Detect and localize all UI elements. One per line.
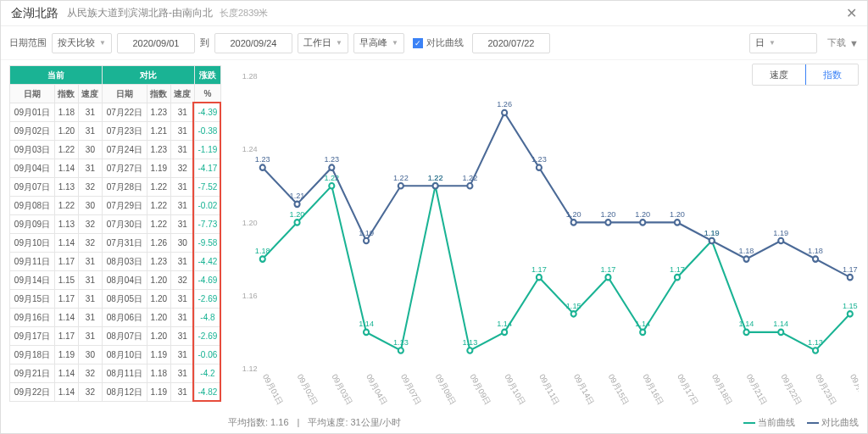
data-table-wrap: 当前对比涨跌日期指数速度日期指数速度%09月01日1.183107月22日1.2… bbox=[1, 60, 221, 433]
svg-text:1.17: 1.17 bbox=[531, 264, 547, 273]
table-row: 09月15日1.173108月05日1.2031-2.69 bbox=[10, 290, 221, 309]
svg-text:09月15日: 09月15日 bbox=[607, 372, 631, 406]
svg-point-47 bbox=[675, 275, 680, 280]
svg-text:1.18: 1.18 bbox=[255, 246, 270, 255]
svg-point-83 bbox=[675, 220, 680, 225]
download-button[interactable]: 下载▼ bbox=[827, 36, 859, 49]
svg-text:09月21日: 09月21日 bbox=[745, 372, 769, 406]
svg-text:1.20: 1.20 bbox=[566, 209, 581, 219]
svg-point-91 bbox=[813, 256, 818, 261]
svg-text:09月01日: 09月01日 bbox=[261, 372, 285, 406]
chevron-down-icon: ▼ bbox=[336, 39, 342, 47]
svg-point-57 bbox=[848, 311, 853, 316]
svg-point-51 bbox=[743, 330, 748, 335]
svg-text:1.19: 1.19 bbox=[359, 227, 374, 236]
svg-text:1.20: 1.20 bbox=[635, 209, 650, 219]
svg-text:1.21: 1.21 bbox=[290, 191, 305, 200]
svg-text:1.14: 1.14 bbox=[497, 319, 512, 328]
unit-select[interactable]: 日▼ bbox=[749, 33, 817, 53]
svg-text:1.18: 1.18 bbox=[808, 246, 823, 255]
svg-text:1.20: 1.20 bbox=[242, 217, 258, 226]
svg-text:1.16: 1.16 bbox=[242, 291, 258, 300]
table-row: 09月02日1.203107月23日1.2131-0.38 bbox=[10, 122, 221, 141]
svg-point-61 bbox=[294, 202, 299, 207]
avg-index: 平均指数: 1.16 bbox=[228, 416, 289, 429]
svg-text:1.20: 1.20 bbox=[670, 209, 685, 219]
close-icon[interactable]: ✕ bbox=[846, 5, 857, 21]
svg-point-73 bbox=[502, 110, 507, 115]
svg-text:1.22: 1.22 bbox=[462, 173, 477, 182]
svg-point-71 bbox=[467, 183, 472, 188]
svg-point-93 bbox=[848, 275, 853, 280]
svg-text:1.26: 1.26 bbox=[497, 99, 512, 108]
svg-text:1.17: 1.17 bbox=[670, 264, 685, 273]
svg-point-31 bbox=[398, 348, 403, 353]
svg-text:1.15: 1.15 bbox=[843, 301, 858, 310]
svg-point-25 bbox=[294, 220, 299, 225]
table-row: 09月07日1.133207月28日1.2231-7.52 bbox=[10, 178, 221, 197]
svg-text:09月11日: 09月11日 bbox=[537, 372, 561, 406]
route-desc: 从民族大道到滨湖北路-由南向北 bbox=[67, 6, 213, 20]
svg-text:09月16日: 09月16日 bbox=[642, 372, 665, 406]
svg-text:1.17: 1.17 bbox=[601, 264, 616, 273]
check-icon: ✓ bbox=[413, 38, 423, 48]
svg-point-27 bbox=[329, 183, 334, 188]
svg-point-79 bbox=[605, 220, 610, 225]
table-row: 09月17日1.173108月07日1.2031-2.69 bbox=[10, 327, 221, 346]
svg-point-75 bbox=[537, 164, 542, 170]
svg-point-41 bbox=[571, 311, 576, 316]
svg-point-69 bbox=[433, 183, 438, 188]
legend: 当前曲线 对比曲线 bbox=[743, 416, 859, 429]
svg-text:1.24: 1.24 bbox=[242, 144, 258, 153]
svg-point-35 bbox=[467, 348, 472, 353]
svg-point-39 bbox=[537, 275, 542, 280]
svg-text:09月02日: 09月02日 bbox=[296, 372, 320, 406]
chevron-down-icon: ▼ bbox=[392, 39, 398, 47]
svg-point-29 bbox=[364, 330, 369, 335]
day-type-select[interactable]: 工作日▼ bbox=[298, 33, 348, 53]
svg-text:09月04日: 09月04日 bbox=[364, 372, 388, 406]
to-label: 到 bbox=[200, 36, 209, 49]
svg-text:1.28: 1.28 bbox=[242, 71, 258, 81]
compare-checkbox[interactable]: ✓ 对比曲线 bbox=[413, 36, 464, 49]
table-row: 09月01日1.183107月22日1.2331-4.39 bbox=[10, 103, 221, 122]
svg-text:09月08日: 09月08日 bbox=[434, 372, 458, 406]
table-row: 09月18日1.193008月10日1.1931-0.06 bbox=[10, 346, 221, 364]
chart: 1.121.161.201.241.2809月01日09月02日09月03日09… bbox=[228, 67, 859, 415]
svg-point-87 bbox=[743, 256, 748, 261]
svg-point-67 bbox=[398, 183, 403, 188]
date-range-label: 日期范围 bbox=[9, 36, 47, 49]
svg-text:1.19: 1.19 bbox=[704, 227, 720, 236]
svg-point-55 bbox=[813, 348, 818, 353]
svg-text:1.14: 1.14 bbox=[635, 319, 650, 328]
table-row: 09月04日1.143107月27日1.1932-4.17 bbox=[10, 159, 221, 178]
svg-point-63 bbox=[329, 164, 334, 170]
svg-text:1.14: 1.14 bbox=[359, 319, 374, 328]
chevron-down-icon: ▼ bbox=[99, 39, 106, 47]
start-date-input[interactable]: 2020/09/01 bbox=[117, 33, 195, 53]
svg-point-77 bbox=[571, 220, 576, 225]
svg-text:1.22: 1.22 bbox=[393, 173, 409, 182]
table-row: 09月09日1.133207月30日1.2231-7.73 bbox=[10, 215, 221, 234]
svg-text:1.23: 1.23 bbox=[324, 154, 339, 164]
svg-point-65 bbox=[364, 238, 369, 243]
svg-point-81 bbox=[640, 220, 645, 225]
svg-text:1.23: 1.23 bbox=[531, 154, 547, 164]
svg-text:09月09日: 09月09日 bbox=[469, 372, 492, 406]
filter-bar: 日期范围 按天比较▼ 2020/09/01 到 2020/09/24 工作日▼ … bbox=[1, 26, 867, 60]
compare-date-input[interactable]: 2020/07/22 bbox=[472, 33, 550, 53]
table-row: 09月14日1.153108月04日1.2032-4.69 bbox=[10, 271, 221, 290]
range-mode-select[interactable]: 按天比较▼ bbox=[52, 33, 112, 53]
svg-text:1.12: 1.12 bbox=[242, 364, 258, 373]
chevron-down-icon: ▼ bbox=[769, 39, 776, 47]
svg-text:09月14日: 09月14日 bbox=[572, 372, 596, 406]
svg-text:1.20: 1.20 bbox=[290, 209, 305, 219]
svg-text:09月24日: 09月24日 bbox=[849, 372, 859, 406]
svg-point-23 bbox=[260, 256, 265, 261]
route-length: 长度2839米 bbox=[220, 7, 268, 19]
table-row: 09月16日1.143108月06日1.2031-4.8 bbox=[10, 309, 221, 327]
peak-select[interactable]: 早高峰▼ bbox=[353, 33, 404, 53]
chevron-down-icon: ▼ bbox=[849, 38, 859, 48]
end-date-input[interactable]: 2020/09/24 bbox=[214, 33, 292, 53]
table-row: 09月10日1.143207月31日1.2630-9.58 bbox=[10, 234, 221, 253]
